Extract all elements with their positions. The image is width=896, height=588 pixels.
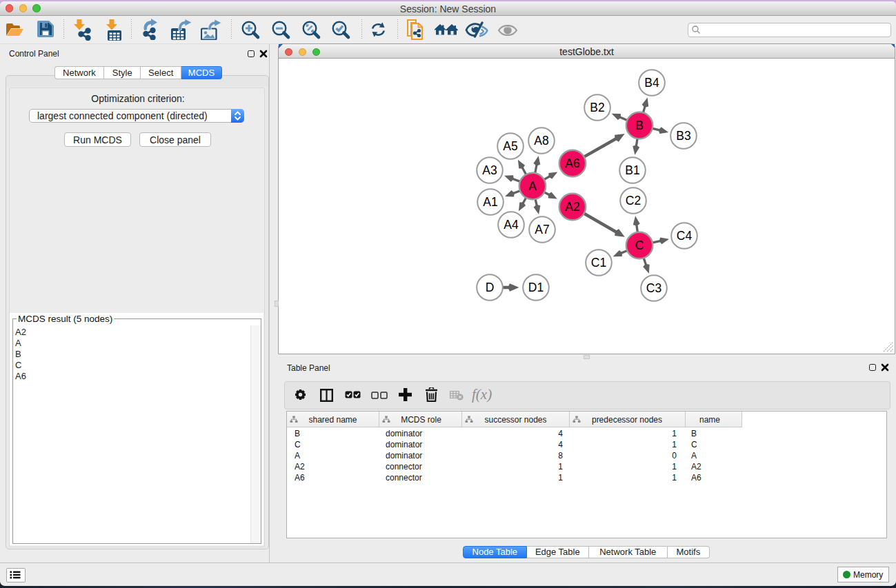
svg-text:A8: A8 (534, 134, 548, 148)
svg-text:A4: A4 (504, 218, 519, 232)
svg-text:B3: B3 (676, 129, 690, 143)
svg-text:B: B (635, 119, 644, 132)
svg-text:A3: A3 (482, 163, 497, 177)
svg-text:B2: B2 (590, 101, 604, 114)
svg-text:A5: A5 (503, 139, 517, 153)
svg-text:C1: C1 (591, 256, 606, 270)
svg-text:C3: C3 (646, 281, 661, 295)
svg-text:A6: A6 (565, 156, 579, 170)
svg-text:C2: C2 (626, 194, 641, 207)
svg-text:C: C (635, 239, 644, 252)
svg-text:A7: A7 (535, 223, 549, 236)
svg-text:A1: A1 (483, 195, 497, 209)
svg-text:D: D (486, 281, 495, 294)
svg-text:B1: B1 (625, 163, 639, 177)
svg-text:A2: A2 (565, 200, 579, 214)
svg-text:B4: B4 (644, 76, 659, 90)
svg-text:D1: D1 (528, 281, 544, 294)
svg-text:C4: C4 (677, 229, 693, 243)
svg-text:A: A (528, 179, 537, 193)
